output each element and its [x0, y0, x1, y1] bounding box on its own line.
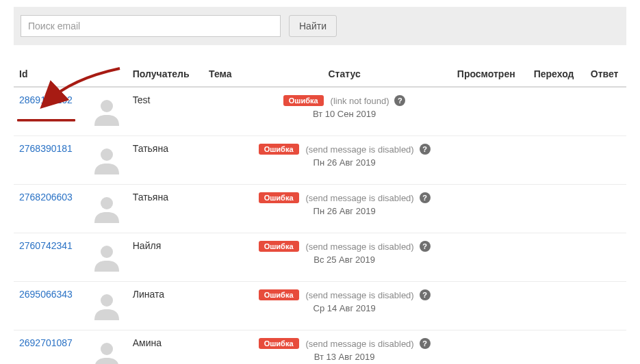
- table-row: 2692701087 Амина Ошибка (send message is…: [14, 330, 626, 365]
- avatar: [92, 144, 122, 174]
- click-cell: [525, 282, 583, 330]
- recipient-name: Лината: [133, 289, 164, 300]
- viewed-cell: [447, 282, 525, 330]
- svg-point-1: [101, 100, 113, 112]
- recipient-name: Татьяна: [133, 143, 168, 154]
- svg-point-3: [101, 197, 113, 209]
- help-icon[interactable]: ?: [420, 241, 431, 252]
- click-cell: [525, 185, 583, 233]
- avatar: [92, 193, 122, 223]
- recipient-name: Татьяна: [133, 192, 168, 203]
- subject-cell: [203, 136, 242, 185]
- svg-point-2: [101, 148, 113, 161]
- subject-cell: [203, 185, 242, 233]
- svg-point-6: [101, 343, 113, 355]
- click-cell: [525, 136, 583, 185]
- avatar: [92, 290, 122, 320]
- status-badge-error: Ошибка: [259, 289, 299, 300]
- status-badge-error: Ошибка: [283, 95, 324, 106]
- col-avatar: [86, 62, 127, 87]
- status-date: Вт 10 Сен 2019: [247, 109, 442, 119]
- subject-cell: [203, 87, 242, 136]
- col-click[interactable]: Переход: [525, 62, 583, 87]
- reply-cell: [583, 282, 626, 330]
- table-row: 2768390181 Татьяна Ошибка (send message …: [14, 136, 626, 185]
- status-message: (send message is disabled): [305, 339, 413, 349]
- help-icon[interactable]: ?: [420, 289, 431, 300]
- click-cell: [525, 233, 583, 282]
- message-id-link[interactable]: 2760742341: [19, 240, 73, 251]
- reply-cell: [583, 233, 626, 282]
- status-message: (send message is disabled): [305, 144, 413, 155]
- table-row: 2695066343 Лината Ошибка (send message i…: [14, 282, 626, 330]
- status-badge-error: Ошибка: [259, 241, 299, 252]
- message-id-link[interactable]: 2692701087: [19, 337, 73, 348]
- reply-cell: [583, 136, 626, 185]
- subject-cell: [203, 330, 242, 365]
- col-recipient[interactable]: Получатель: [127, 62, 203, 87]
- recipient-name: Найля: [133, 240, 161, 251]
- search-input[interactable]: [21, 15, 281, 37]
- svg-point-4: [101, 246, 113, 258]
- help-icon[interactable]: ?: [420, 338, 431, 349]
- table-row: 2869101162 Test Ошибка (link not found) …: [14, 87, 626, 136]
- viewed-cell: [447, 87, 525, 136]
- table-row: 2760742341 Найля Ошибка (send message is…: [14, 233, 626, 282]
- col-status[interactable]: Статус: [242, 62, 448, 87]
- viewed-cell: [447, 330, 525, 365]
- message-id-link[interactable]: 2768390181: [19, 143, 73, 154]
- table-row: 2768206603 Татьяна Ошибка (send message …: [14, 185, 626, 233]
- status-message: (link not found): [331, 96, 389, 106]
- status-badge-error: Ошибка: [259, 144, 299, 155]
- status-message: (send message is disabled): [305, 193, 413, 203]
- help-icon[interactable]: ?: [394, 95, 405, 106]
- avatar: [92, 339, 122, 364]
- col-id[interactable]: Id: [14, 62, 86, 87]
- col-viewed[interactable]: Просмотрен: [447, 62, 525, 87]
- help-icon[interactable]: ?: [420, 192, 431, 203]
- status-date: Ср 14 Авг 2019: [247, 303, 442, 313]
- message-id-link[interactable]: 2768206603: [19, 192, 73, 203]
- viewed-cell: [447, 136, 525, 185]
- reply-cell: [583, 185, 626, 233]
- avatar: [92, 242, 122, 272]
- viewed-cell: [447, 233, 525, 282]
- reply-cell: [583, 87, 626, 136]
- subject-cell: [203, 233, 242, 282]
- reply-cell: [583, 330, 626, 365]
- status-badge-error: Ошибка: [259, 192, 299, 203]
- messages-table: Id Получатель Тема Статус Просмотрен Пер…: [14, 62, 626, 364]
- status-badge-error: Ошибка: [259, 338, 299, 349]
- recipient-name: Амина: [133, 337, 162, 348]
- status-message: (send message is disabled): [305, 290, 413, 300]
- col-reply[interactable]: Ответ: [583, 62, 626, 87]
- help-icon[interactable]: ?: [420, 144, 431, 155]
- svg-point-5: [101, 294, 113, 307]
- message-id-link[interactable]: 2869101162: [19, 94, 73, 105]
- col-subject[interactable]: Тема: [203, 62, 242, 87]
- status-date: Пн 26 Авг 2019: [247, 157, 442, 168]
- status-message: (send message is disabled): [305, 242, 413, 252]
- recipient-name: Test: [133, 94, 151, 105]
- search-bar: Найти: [14, 7, 626, 45]
- avatar: [92, 96, 122, 126]
- status-date: Вт 13 Авг 2019: [247, 352, 442, 362]
- click-cell: [525, 87, 583, 136]
- status-date: Пн 26 Авг 2019: [247, 206, 442, 216]
- subject-cell: [203, 282, 242, 330]
- search-button[interactable]: Найти: [289, 15, 337, 37]
- viewed-cell: [447, 185, 525, 233]
- message-id-link[interactable]: 2695066343: [19, 289, 73, 300]
- click-cell: [525, 330, 583, 365]
- status-date: Вс 25 Авг 2019: [247, 255, 442, 265]
